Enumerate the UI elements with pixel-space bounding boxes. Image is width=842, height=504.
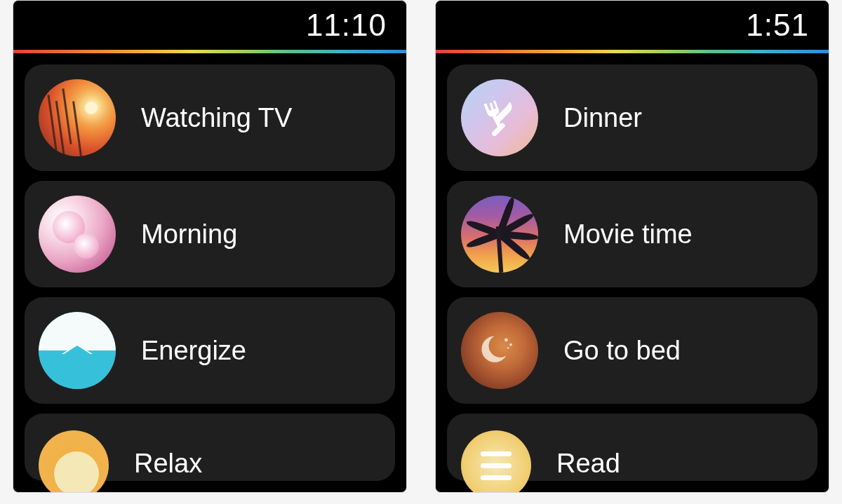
scene-label: Energize — [141, 336, 246, 366]
svg-point-3 — [507, 347, 509, 349]
scene-label: Dinner — [563, 103, 642, 133]
status-bar: 11:10 — [13, 1, 406, 50]
scene-read[interactable]: Read — [447, 414, 817, 481]
clock-time: 11:10 — [306, 8, 387, 43]
moon-icon — [461, 312, 538, 389]
svg-point-1 — [504, 339, 508, 342]
scene-label: Read — [556, 430, 620, 479]
scene-list: Dinner Movie time Go to bed — [436, 53, 829, 481]
scene-relax[interactable]: Relax — [25, 414, 395, 481]
scene-movie-time[interactable]: Movie time — [447, 181, 817, 287]
scene-label: Relax — [134, 430, 202, 479]
scene-watching-tv[interactable]: Watching TV — [25, 64, 395, 171]
scene-dinner[interactable]: Dinner — [447, 64, 817, 171]
watch-screen-1: 11:10 Watching TV Morning Energize Relax — [13, 0, 407, 493]
scene-label: Movie time — [563, 219, 693, 250]
scene-list: Watching TV Morning Energize Relax — [13, 53, 406, 481]
scene-morning[interactable]: Morning — [25, 181, 395, 287]
read-icon — [461, 430, 531, 493]
watch-screen-2: 1:51 Dinner Movie time — [435, 0, 829, 493]
scene-label: Watching TV — [141, 103, 292, 133]
scene-label: Morning — [141, 219, 237, 250]
palm-icon — [461, 196, 538, 273]
scene-energize[interactable]: Energize — [25, 297, 395, 404]
scene-label: Go to bed — [563, 336, 681, 366]
energize-icon — [39, 312, 116, 389]
screenshot-pair: 11:10 Watching TV Morning Energize Relax — [0, 0, 842, 493]
status-bar: 1:51 — [436, 1, 829, 50]
svg-point-2 — [509, 343, 512, 346]
dinner-icon — [461, 79, 538, 156]
clock-time: 1:51 — [746, 8, 809, 43]
sunset-icon — [39, 79, 116, 156]
scene-go-to-bed[interactable]: Go to bed — [447, 297, 817, 404]
relax-icon — [39, 430, 109, 493]
blossom-icon — [39, 196, 116, 273]
